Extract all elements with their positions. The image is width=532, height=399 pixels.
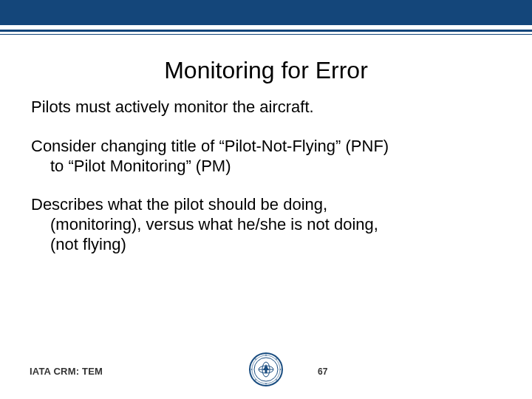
slide-title: Monitoring for Error <box>30 57 502 84</box>
paragraph-3: Describes what the pilot should be doing… <box>30 195 502 254</box>
footer: IATA CRM: TEM <box>0 349 532 390</box>
header-band <box>0 0 532 25</box>
para1-text: Pilots must actively monitor the aircraf… <box>31 98 314 116</box>
para2-line2: to “Pilot Monitoring” (PM) <box>31 157 502 177</box>
iata-seal-icon <box>248 352 284 387</box>
para3-line2: (monitoring), versus what he/she is not … <box>31 215 502 235</box>
svg-point-12 <box>255 358 256 360</box>
para2-line1: Consider changing title of “Pilot-Not-Fl… <box>31 137 389 155</box>
svg-point-14 <box>255 379 256 381</box>
svg-point-13 <box>276 358 277 360</box>
svg-point-11 <box>280 369 282 370</box>
para3-line3: (not flying) <box>31 235 502 255</box>
para3-line1: Describes what the pilot should be doing… <box>31 195 327 214</box>
page-number: 67 <box>318 366 327 377</box>
header-rules <box>0 25 532 35</box>
svg-point-8 <box>265 355 267 356</box>
slide: Monitoring for Error Pilots must activel… <box>0 0 532 399</box>
footer-label: IATA CRM: TEM <box>30 366 103 377</box>
content-area: Monitoring for Error Pilots must activel… <box>0 35 532 399</box>
svg-point-10 <box>251 369 253 370</box>
paragraph-1: Pilots must actively monitor the aircraf… <box>30 98 502 117</box>
paragraph-2: Consider changing title of “Pilot-Not-Fl… <box>30 137 502 177</box>
svg-point-9 <box>265 383 267 385</box>
svg-rect-7 <box>265 369 267 373</box>
svg-marker-6 <box>263 364 269 370</box>
svg-point-15 <box>276 379 277 381</box>
